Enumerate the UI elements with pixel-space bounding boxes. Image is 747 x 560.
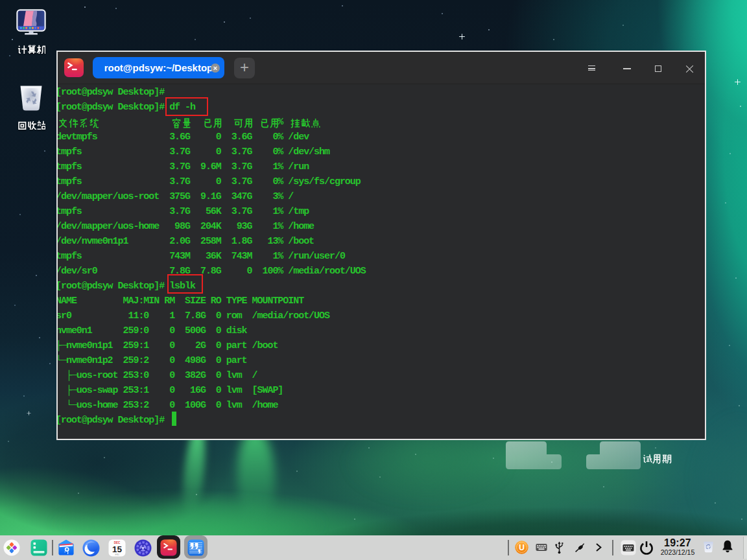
svg-text:15: 15 — [112, 544, 123, 554]
svg-text:FRI: FRI — [115, 553, 119, 555]
svg-text:U: U — [519, 543, 525, 552]
